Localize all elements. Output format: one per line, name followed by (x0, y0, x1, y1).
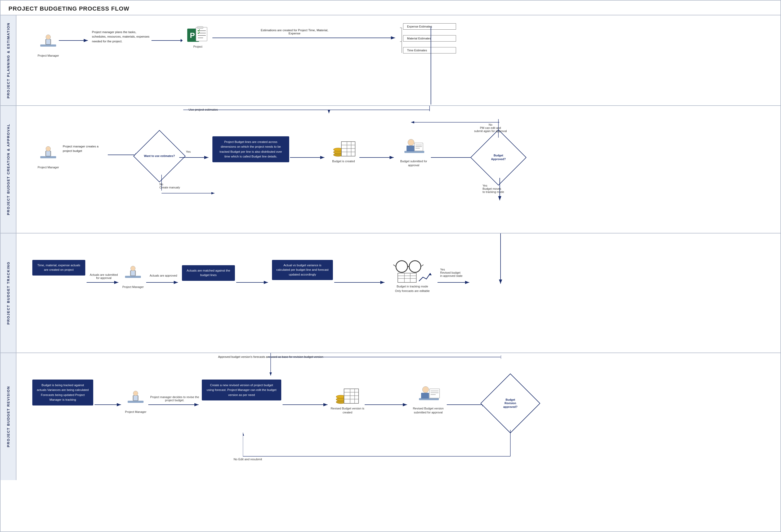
arrow-box1-to-pm (94, 402, 124, 407)
arrow-created-to-submitted (359, 155, 397, 160)
no-label-diamond1: NoCreate manualy (159, 183, 180, 189)
arrow-to-revised-created (283, 402, 330, 407)
create-revised-box: Create a new revised version of project … (202, 380, 281, 400)
svg-point-55 (408, 139, 414, 145)
arrow-pm-to-desc (59, 38, 91, 43)
arrow-budgetbox-to-icon (290, 155, 327, 160)
lane-tracking-label: PROJECT BUDGET TRACKING (1, 233, 16, 353)
svg-rect-12 (197, 27, 203, 29)
revised-created-label: Revised Budget version is created (330, 406, 365, 415)
budget-tracking-label: Budget in tracking modeOnly forecasts ar… (388, 284, 436, 293)
svg-rect-103 (133, 395, 138, 401)
arrow-no-right (162, 190, 214, 196)
actuals-submitted-label: Actuals are submitted for approval (88, 273, 120, 279)
svg-point-72 (131, 266, 135, 271)
top-connector-revision (268, 355, 501, 359)
yes-revised-label: YesRevised budgetin approved state (440, 268, 462, 277)
arrow-actuals-to-submitted (87, 280, 121, 285)
lane-creation-label: PROJECT BUDGET CREATION & APPROVAL (1, 106, 16, 233)
lane-tracking-content: Time, material, expense actuals are crea… (16, 233, 780, 353)
svg-rect-0 (40, 44, 56, 47)
revised-created-icon: Revised Budget version is created (330, 385, 365, 415)
lane-revision-content: Approved budget version's forecasts are … (16, 353, 780, 480)
pm-label-creation: Project Manager (38, 166, 59, 169)
arrow-to-revised-submitted (365, 402, 410, 407)
svg-point-123 (422, 387, 429, 393)
svg-rect-57 (414, 143, 423, 151)
actuals-matched-box: Actuals are matched against the budget l… (182, 265, 235, 281)
svg-point-81 (396, 261, 408, 272)
lane-revision-label: PROJECT BUDGET REVISION (1, 353, 16, 480)
arrow-to-variance (236, 280, 271, 285)
connector-from-lane2 (498, 233, 503, 286)
budget-created-label: Budget is created (328, 159, 359, 163)
lane-creation: PROJECT BUDGET CREATION & APPROVAL Use p… (1, 106, 780, 233)
arrow-no-back (411, 120, 500, 125)
arrow-tracking-right (438, 280, 472, 285)
svg-rect-28 (40, 156, 56, 158)
actuals-approved-label: Actuals are approved (149, 274, 178, 277)
diamond-use-estimates: Want to use estimates? (141, 138, 178, 175)
project-icon: P Project (184, 26, 211, 48)
project-label: Project (184, 45, 211, 48)
pm-label-planning: Project Manager (38, 54, 59, 57)
yes-label-diamond1: Yes (186, 150, 191, 153)
svg-rect-125 (429, 389, 440, 398)
pm-figure-planning: Project Manager (38, 31, 59, 57)
lane-planning-label: PROJECT PLANNING & ESTIMATION (1, 15, 16, 105)
diamond-budget-approved: BudgetApproved? (479, 138, 518, 177)
pm-desc-planning: Project manager plans the tasks, schedul… (92, 30, 150, 44)
svg-rect-46 (341, 142, 355, 156)
svg-marker-8 (180, 39, 183, 42)
revised-submitted-label: Revised Budget version submitted for app… (411, 406, 446, 415)
page-title: PROJECT BUDGETING PROCESS FLOW (1, 1, 780, 15)
use-estimates-line (183, 106, 432, 114)
pm-label-revision: Project Manager (125, 410, 147, 413)
pm-desc-creation: Project manager creates a project budget (63, 144, 105, 153)
budget-created-icon: Budget is created (328, 138, 359, 163)
pm-figure-creation: Project Manager (38, 143, 59, 169)
arrow-pm-to-createbox (148, 402, 201, 407)
swim-lanes: PROJECT PLANNING & ESTIMATION Project Ma… (1, 15, 780, 480)
svg-line-85 (421, 265, 423, 267)
lane-creation-content: Use project estimates (16, 106, 780, 233)
estimation-arrow-label: Estimations are created for Project Time… (255, 29, 334, 35)
svg-text:P: P (190, 31, 195, 39)
diamond-revision-approved: BudgetRevisionapproved? (489, 382, 532, 425)
arrow-to-tracking-icon (334, 280, 387, 285)
svg-point-104 (133, 391, 138, 396)
variance-box: Actual vs budget variance is calculated … (272, 260, 333, 280)
lane-planning-content: Project Manager Project manager plans th… (16, 15, 780, 105)
pm-decides-label: Project manager decides to revise the pr… (150, 395, 199, 402)
arrow-yes-to-budgetbox (179, 155, 211, 160)
svg-point-2 (46, 35, 51, 39)
lane-revision: PROJECT BUDGET REVISION Approved budget … (1, 353, 780, 480)
svg-point-30 (46, 146, 51, 151)
svg-rect-86 (398, 273, 416, 282)
budget-lines-box: Project Budget lines are created across … (212, 136, 289, 162)
arrow-approved (146, 280, 180, 285)
arrow-yes-down (497, 178, 502, 202)
pm-figure-revision: Project Manager (125, 388, 147, 413)
svg-line-84 (393, 265, 396, 267)
budget-tracking-icon: Budget in tracking modeOnly forecasts ar… (388, 257, 436, 293)
actuals-created-box: Time, material, expense actuals are crea… (32, 260, 85, 275)
page: PROJECT BUDGETING PROCESS FLOW PROJECT P… (0, 0, 781, 532)
svg-rect-124 (421, 393, 429, 399)
svg-rect-102 (128, 401, 143, 403)
svg-rect-114 (344, 389, 359, 403)
svg-rect-56 (407, 145, 414, 151)
lane-tracking: PROJECT BUDGET TRACKING Time, material, … (1, 233, 780, 353)
svg-point-82 (409, 261, 421, 272)
svg-rect-11 (196, 27, 207, 41)
pm-figure-tracking: Project Manager (122, 263, 144, 289)
revised-submitted-icon: Revised Budget version submitted for app… (411, 382, 446, 415)
arrow-desc-to-project (152, 38, 183, 43)
estimate-bracket (398, 27, 403, 53)
budget-submitted-icon: Budget submitted for approval (398, 135, 429, 168)
vertical-connector-lane1 (428, 27, 434, 106)
svg-rect-29 (46, 151, 51, 156)
svg-rect-70 (125, 276, 141, 278)
budget-submitted-label: Budget submitted for approval (398, 159, 429, 168)
tracking-state-box: Budget is being tracked against actuals … (32, 380, 93, 405)
